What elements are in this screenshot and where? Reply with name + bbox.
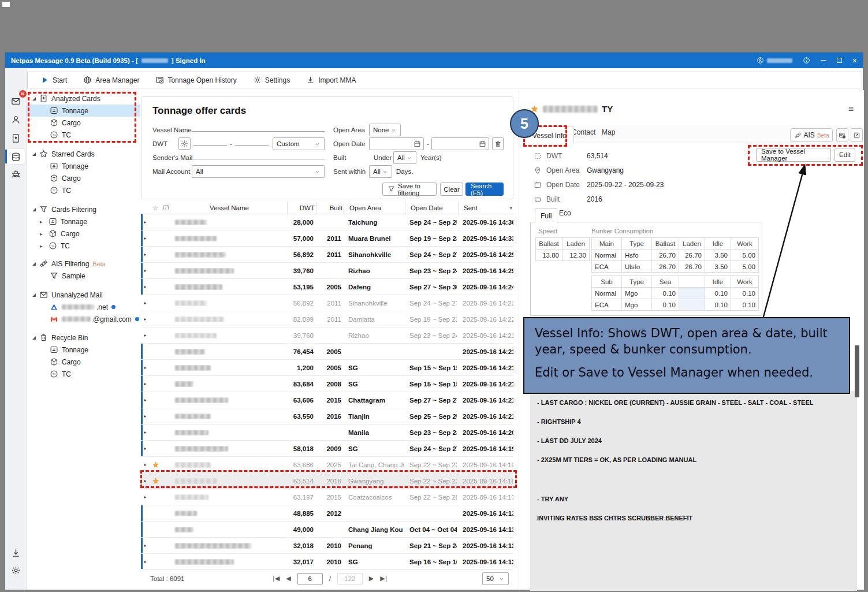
sidebar-group-ais-filtering[interactable]: AIS FilteringBeta [27, 258, 140, 270]
tab-eco[interactable]: Eco [559, 209, 571, 217]
card-history-button[interactable] [836, 128, 848, 142]
toolbar-tonnage-open-history[interactable]: Tonnage Open History [155, 76, 236, 84]
last-page-icon[interactable]: ▶| [380, 575, 387, 582]
rail-mail-button[interactable]: N [7, 94, 25, 109]
sidebar-item-redacted-mail[interactable]: .net [27, 301, 140, 313]
toolbar-area-manager[interactable]: Area Manager [83, 76, 139, 84]
table-row[interactable]: ▸28,000TaichungSep 24 ~ Sep 252025-09-16… [141, 214, 513, 230]
dwt-settings-button[interactable] [178, 137, 191, 150]
sidebar-group-cards-filtering[interactable]: Cards Filtering [27, 203, 140, 215]
toolbar-settings[interactable]: Settings [253, 76, 290, 84]
collapsed-arrow-icon[interactable]: ▸ [40, 243, 45, 249]
vessel-name-input[interactable] [192, 120, 325, 132]
row-expand-icon[interactable]: ▸ [141, 252, 150, 257]
row-expand-icon[interactable]: ▸ [141, 381, 150, 386]
row-expand-icon[interactable]: ▸ [141, 284, 150, 289]
expanded-arrow-icon[interactable] [32, 336, 36, 340]
open-external-button[interactable] [851, 128, 863, 142]
table-row[interactable]: ▸83,6842008SGSep 15 ~ Sep 152025-09-16 1… [141, 376, 513, 392]
sidebar-group-unanalyzed-mail[interactable]: Unanalyzed Mail [27, 289, 140, 301]
sidebar-group-recycle-bin[interactable]: Recycle Bin [27, 332, 140, 344]
table-row[interactable]: ▸39,760RizhaoSep 23 ~ Sep 242025-09-16 1… [141, 327, 513, 344]
senders-mail-input[interactable] [192, 148, 325, 159]
table-row[interactable]: ▸82,0992011DamiattaSep 19 ~ Sep 232025-0… [141, 311, 513, 327]
row-expand-icon[interactable]: ▸ [141, 430, 150, 435]
clear-button[interactable]: Clear [440, 183, 463, 196]
ais-button[interactable]: AISBeta [790, 128, 833, 142]
maximize-button[interactable] [837, 58, 842, 63]
table-row[interactable]: ▸63,6062015ChattagramSep 27 ~ Sep 272025… [141, 392, 513, 408]
row-expand-icon[interactable]: ▸ [141, 236, 150, 241]
table-row[interactable]: ▸63,5502016TianjinSep 25 ~ Sep 252025-09… [141, 408, 513, 425]
sidebar-group-analyzed-cards[interactable]: Analyzed Cards [27, 92, 140, 105]
tab-full[interactable]: Full [535, 208, 557, 222]
rail-gear-button-bottom[interactable] [7, 563, 25, 578]
sidebar-item-cargo[interactable]: Cargo [27, 172, 140, 184]
table-row[interactable]: 48,88520122025-09-16 14:13 [141, 505, 513, 522]
page-input[interactable]: 6 [297, 573, 323, 584]
rail-ship-button[interactable] [7, 165, 25, 180]
prev-page-icon[interactable]: ◀ [286, 575, 290, 582]
open-date-header[interactable]: Open Date [405, 202, 458, 214]
sidebar-item-sample[interactable]: Sample [27, 270, 140, 282]
sidebar-item-cargo[interactable]: Cargo [27, 117, 140, 129]
table-row[interactable]: 49,000Chang Jiang KouOct 04 ~ Oct 042025… [141, 522, 513, 538]
table-row[interactable]: ▸32,0182010PenangSep 21 ~ Sep 242025-09-… [141, 538, 513, 554]
open-date-clear-button[interactable] [492, 137, 504, 150]
page-size-select[interactable]: 50 [482, 572, 509, 585]
sidebar-item-redacted-mail[interactable]: @gmail.com [27, 313, 140, 325]
row-expand-icon[interactable]: ▸ [141, 219, 150, 225]
signed-in-user[interactable] [757, 57, 792, 64]
table-row[interactable]: ▸63,1972015CoatzacoalcosSep 22 ~ Sep 282… [141, 489, 513, 505]
dwt-min-input[interactable] [193, 134, 227, 146]
open-date-to-input[interactable] [431, 137, 489, 150]
sidebar-item-tc[interactable]: TCTC [27, 129, 140, 141]
sidebar-item-tc[interactable]: ▸TCTC [27, 240, 140, 252]
row-expand-icon[interactable]: ▸ [141, 317, 150, 322]
rail-person-button[interactable] [7, 112, 25, 127]
rail-download-button-bottom[interactable] [7, 545, 25, 560]
table-row[interactable]: ▸56,8922011SihanohkvilleSep 24 ~ Sep 272… [141, 247, 513, 263]
next-page-icon[interactable]: ▶ [369, 575, 374, 582]
expanded-arrow-icon[interactable] [32, 152, 36, 156]
table-row[interactable]: ▸57,0002011Muara BruneiSep 19 ~ Sep 2320… [141, 230, 513, 247]
row-expand-icon[interactable]: ▸ [141, 268, 150, 273]
table-row[interactable]: ▸ManilaSep 23 ~ Sep 232025-09-16 14:20 [141, 425, 513, 441]
row-expand-icon[interactable]: ▸ [141, 559, 150, 564]
first-page-icon[interactable]: |◀ [273, 575, 280, 582]
sidebar-item-tonnage[interactable]: Tonnage [27, 105, 140, 117]
rail-cardspade-button[interactable] [7, 131, 25, 146]
sidebar-item-cargo[interactable]: Cargo [27, 356, 140, 368]
star-column-header[interactable]: ☆ [150, 202, 161, 214]
row-expand-icon[interactable]: ▸ [141, 494, 150, 500]
scrollbar-thumb[interactable] [855, 345, 859, 397]
collapsed-arrow-icon[interactable]: ▸ [40, 219, 45, 225]
help-button[interactable] [803, 57, 810, 64]
table-row[interactable]: ▸1,2002005SGSep 15 ~ Sep 152025-09-16 14… [141, 360, 513, 376]
sidebar-item-tc[interactable]: TCTC [27, 184, 140, 196]
row-expand-icon[interactable]: ▸ [141, 462, 150, 467]
tab-contact[interactable]: Contact [572, 128, 595, 136]
sidebar-item-tonnage[interactable]: ▸Tonnage [27, 215, 140, 228]
table-row[interactable]: ▸56,8922011SihanohkvilleSep 24 ~ Sep 272… [141, 295, 513, 311]
expanded-arrow-icon[interactable] [32, 293, 36, 297]
note-column-header[interactable] [161, 202, 172, 214]
row-expand-icon[interactable]: ▸ [141, 543, 150, 548]
sidebar-item-tonnage[interactable]: Tonnage [27, 344, 140, 356]
row-star-cell[interactable] [150, 461, 161, 468]
expanded-arrow-icon[interactable] [32, 262, 36, 266]
row-expand-icon[interactable]: ▸ [141, 397, 150, 403]
built-select[interactable]: All [393, 151, 416, 164]
menu-icon[interactable]: ≡ [848, 104, 854, 114]
expanded-arrow-icon[interactable] [32, 97, 36, 100]
edit-button[interactable]: Edit [835, 148, 855, 162]
vessel-name-header[interactable]: Vessel Name [172, 202, 287, 214]
sidebar-group-starred-cards[interactable]: Starred Cards [27, 148, 140, 160]
dwt-header[interactable]: DWT [287, 202, 316, 214]
open-date-from-input[interactable] [369, 137, 424, 150]
row-expand-icon[interactable]: ▸ [141, 365, 150, 370]
sent-header[interactable]: Sent▾ [458, 202, 513, 214]
table-row[interactable]: ▸58,0182009SGSep 24 ~ Sep 272025-09-16 1… [141, 441, 513, 457]
built-header[interactable]: Built [316, 202, 344, 214]
row-star-cell[interactable] [150, 477, 161, 485]
